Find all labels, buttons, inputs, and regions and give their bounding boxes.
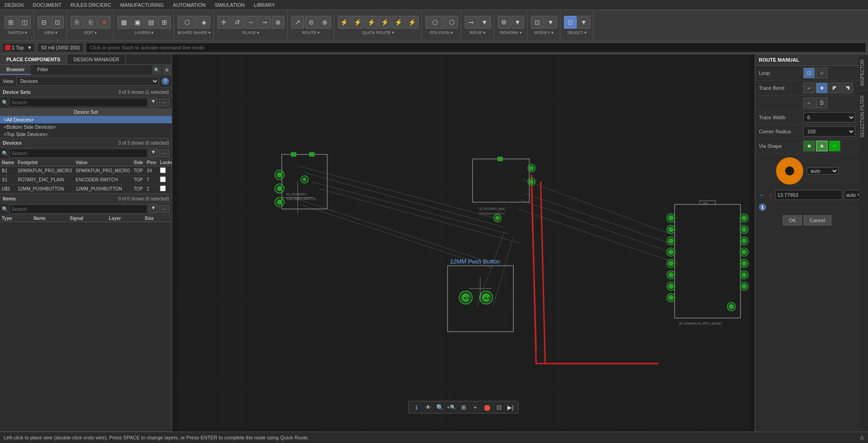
grid-plus-icon[interactable]: + bbox=[470, 402, 480, 412]
place-icon-1[interactable]: ✛ bbox=[217, 16, 230, 29]
panel-search-icon[interactable]: 🔍 bbox=[153, 66, 161, 74]
place-icon-5[interactable]: ⊗ bbox=[272, 16, 285, 29]
panel-settings-icon[interactable]: ⚙ bbox=[163, 66, 171, 74]
qr-icon-5[interactable]: ⚡ bbox=[392, 16, 405, 29]
qr-icon-2[interactable]: ⚡ bbox=[352, 16, 364, 29]
zoom-in-icon[interactable]: +🔍 bbox=[447, 402, 457, 412]
devices-more-btn[interactable]: ··· bbox=[159, 149, 170, 157]
place-icon-4[interactable]: ⊸ bbox=[258, 16, 271, 29]
paste-icon[interactable]: ⎗ bbox=[84, 16, 97, 29]
tab-filter[interactable]: Filter bbox=[31, 65, 54, 75]
items-more-btn[interactable]: ··· bbox=[159, 205, 170, 213]
via-top-layer-select[interactable]: auto bbox=[807, 167, 839, 175]
trace-bend-btn-6[interactable]: S bbox=[816, 97, 828, 108]
view-icon-1[interactable]: ⊟ bbox=[38, 16, 50, 29]
device-set-all[interactable]: <All Devices> bbox=[0, 116, 172, 123]
layer-icon-3[interactable]: ▤ bbox=[145, 16, 157, 29]
switch-icon-2[interactable]: ◫ bbox=[18, 16, 31, 29]
loop-btn-2[interactable]: ○ bbox=[816, 68, 828, 78]
row-u1-locked-check[interactable] bbox=[160, 185, 166, 191]
view-select[interactable]: Devices Packages 3D Models bbox=[16, 77, 159, 86]
copy-icon[interactable]: ⎘ bbox=[71, 16, 83, 29]
trace-bend-btn-3[interactable]: ◤ bbox=[829, 83, 840, 93]
drill-value-input[interactable] bbox=[775, 190, 842, 200]
device-set-bottom[interactable]: <Bottom Side Devices> bbox=[0, 123, 172, 131]
trace-width-select[interactable]: 6 8 10 bbox=[803, 112, 855, 122]
select-icon-2[interactable]: ▼ bbox=[578, 16, 590, 29]
menu-simulation[interactable]: SIMULATION bbox=[210, 1, 249, 9]
board-shape-icon-2[interactable]: ◈ bbox=[198, 16, 210, 29]
qr-icon-6[interactable]: ⚡ bbox=[406, 16, 419, 29]
menu-manufacturing[interactable]: MANUFACTURING bbox=[116, 1, 169, 9]
rework-icon-1[interactable]: ⚙ bbox=[498, 16, 511, 29]
ok-button[interactable]: OK bbox=[783, 215, 802, 225]
select-icon-1[interactable]: ⊡ bbox=[564, 16, 577, 29]
eye-icon[interactable]: 👁 bbox=[423, 402, 433, 412]
rework-icon-2[interactable]: ▼ bbox=[511, 16, 524, 29]
tab-design-manager[interactable]: DESIGN MANAGER bbox=[67, 54, 126, 64]
layer-dropdown-arrow[interactable]: ▼ bbox=[27, 45, 32, 50]
place-icon-2[interactable]: ↺ bbox=[231, 16, 244, 29]
qr-icon-4[interactable]: ⚡ bbox=[379, 16, 391, 29]
qr-icon-1[interactable]: ⚡ bbox=[338, 16, 351, 29]
corner-radius-select[interactable]: 100 50 0 bbox=[803, 127, 855, 136]
route-icon-1[interactable]: ↗ bbox=[291, 16, 304, 29]
row-s1-locked-check[interactable] bbox=[160, 176, 166, 182]
layer-selector[interactable]: 1 Top ▼ bbox=[2, 43, 35, 53]
delete-icon[interactable]: ✕ bbox=[98, 16, 111, 29]
via-shape-btn-2[interactable]: ■ bbox=[816, 141, 828, 151]
trace-bend-btn-2[interactable]: ■ bbox=[816, 83, 828, 93]
menu-automation[interactable]: AUTOMATION bbox=[169, 1, 210, 9]
polygon-icon-2[interactable]: ⬡ bbox=[445, 16, 458, 29]
trace-bend-btn-4[interactable]: ◥ bbox=[841, 83, 853, 93]
zoom-out-icon[interactable]: 🔍 bbox=[435, 402, 445, 412]
stop-icon[interactable]: ⬤ bbox=[482, 402, 492, 412]
device-sets-more-btn[interactable]: ··· bbox=[159, 98, 170, 107]
pcb-canvas[interactable]: S1 ROTARY ENCODER-SWITCH N.S N.S1 12MM P… bbox=[172, 54, 755, 432]
device-sets-search-input[interactable] bbox=[9, 98, 148, 107]
ripup-icon-1[interactable]: ⊸ bbox=[465, 16, 477, 29]
layer-icon-2[interactable]: ▣ bbox=[131, 16, 144, 29]
info-icon[interactable]: ℹ bbox=[411, 402, 421, 412]
polygon-icon-1[interactable]: ⬠ bbox=[425, 16, 444, 29]
info-icon-btn[interactable]: ℹ bbox=[759, 204, 766, 211]
command-input[interactable] bbox=[86, 43, 866, 53]
device-set-top[interactable]: <Top Side Devices> bbox=[0, 131, 172, 138]
menu-document[interactable]: DOCUMENT bbox=[28, 1, 66, 9]
trace-bend-btn-1[interactable]: ⌐ bbox=[803, 83, 815, 93]
place-icon-3[interactable]: ↔ bbox=[245, 16, 257, 29]
menu-design[interactable]: DESIGN bbox=[0, 1, 28, 9]
devices-search-input[interactable] bbox=[9, 149, 148, 158]
modify-icon-2[interactable]: ▼ bbox=[545, 16, 557, 29]
row-b1-locked-check[interactable] bbox=[160, 167, 166, 173]
menu-rules[interactable]: RULES DRC/ERC bbox=[66, 1, 116, 9]
selection-filter-tab[interactable]: SELECTION FILTER bbox=[859, 90, 868, 142]
loop-btn-1[interactable]: ⊡ bbox=[803, 68, 815, 78]
zoom-fit-icon[interactable]: ⊞ bbox=[458, 402, 468, 412]
trace-bend-btn-5[interactable]: ⌐ bbox=[803, 97, 815, 108]
ripup-icon-2[interactable]: ▼ bbox=[478, 16, 491, 29]
via-shape-btn-1[interactable]: ■ bbox=[803, 141, 815, 151]
layer-icon-4[interactable]: ⊞ bbox=[158, 16, 171, 29]
frame-icon[interactable]: ⊡ bbox=[494, 402, 504, 412]
table-row[interactable]: B1 SPARKFUN_PRO_MICRO SPARKFUN_PRO_MICRO… bbox=[0, 166, 172, 175]
forward-icon[interactable]: ▶| bbox=[506, 402, 516, 412]
menu-library[interactable]: LIBRARY bbox=[249, 1, 280, 9]
table-row[interactable]: U$1 12MM_PUSHBUTTON 12MM_PUSHBUTTON TOP … bbox=[0, 185, 172, 194]
modify-icon-1[interactable]: ⊡ bbox=[531, 16, 544, 29]
device-sets-dropdown-btn[interactable]: ▼ bbox=[149, 98, 158, 107]
route-icon-2[interactable]: ⊘ bbox=[305, 16, 318, 29]
items-search-input[interactable] bbox=[9, 204, 148, 214]
canvas-area[interactable]: S1 ROTARY ENCODER-SWITCH N.S N.S1 12MM P… bbox=[172, 54, 755, 432]
qr-icon-3[interactable]: ⚡ bbox=[365, 16, 378, 29]
switch-icon-1[interactable]: ⊞ bbox=[5, 16, 17, 29]
cancel-button[interactable]: Cancel bbox=[804, 215, 831, 225]
route-icon-3[interactable]: ⊕ bbox=[318, 16, 331, 29]
view-icon-2[interactable]: ⊡ bbox=[51, 16, 64, 29]
table-row[interactable]: S1 ROTARY_ENC_PLAIN ENCODER-SWITCH TOP 7 bbox=[0, 175, 172, 185]
inspector-tab[interactable]: INSPECTOR bbox=[859, 54, 868, 90]
help-button[interactable]: ? bbox=[162, 78, 169, 85]
via-shape-btn-3[interactable]: ○ bbox=[829, 141, 840, 151]
board-shape-icon-1[interactable]: ⬡ bbox=[178, 16, 197, 29]
layer-icon-1[interactable]: ▦ bbox=[117, 16, 130, 29]
